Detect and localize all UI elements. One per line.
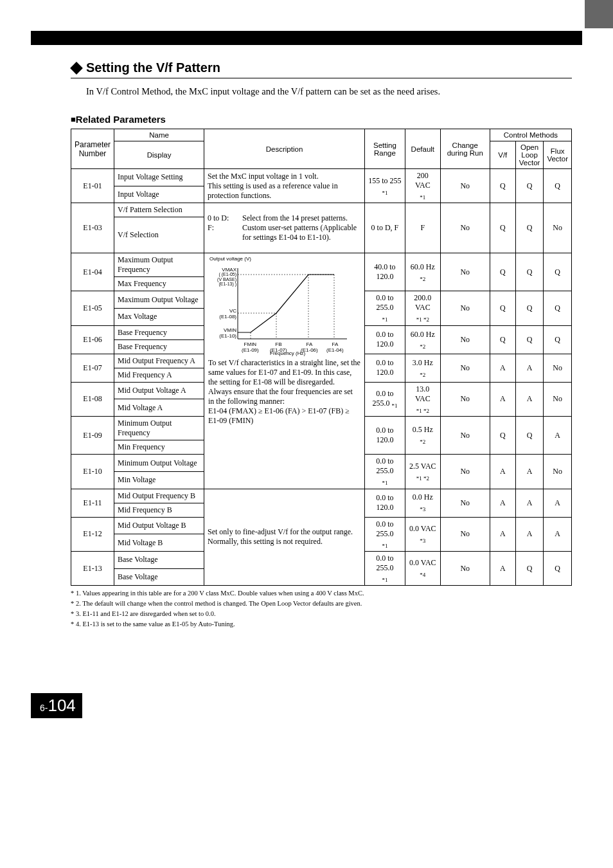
param-default: 60.0 Hz*2 (405, 253, 440, 291)
diamond-icon (70, 62, 83, 75)
param-change: No (440, 489, 490, 517)
param-default: F (405, 203, 440, 253)
param-change: No (440, 291, 490, 325)
param-default: 200 VAC*1 (405, 169, 440, 203)
param-display: Input Voltage (114, 186, 204, 203)
param-olv: Q (515, 551, 544, 585)
param-vf: Q (490, 169, 515, 203)
param-range: 155 to 255*1 (365, 169, 405, 203)
param-change: No (440, 417, 490, 455)
param-change: No (440, 455, 490, 489)
param-name: Maximum Output Voltage (114, 291, 204, 309)
param-range: 0.0 to 255.0*1 (365, 551, 405, 585)
page-number: 6-104 (31, 693, 82, 718)
param-display: Mid Frequency B (114, 503, 204, 517)
param-change: No (440, 253, 490, 291)
param-default: 0.5 Hz*2 (405, 417, 440, 455)
param-name: Mid Output Voltage B (114, 517, 204, 534)
header-vf: V/f (490, 141, 515, 169)
param-range: 0.0 to 255.0*1 (365, 455, 405, 489)
param-vf: Q (490, 417, 515, 455)
param-olv: Q (515, 325, 544, 354)
param-olv: Q (515, 291, 544, 325)
param-number: E1-10 (71, 455, 114, 489)
param-vf: A (490, 489, 515, 517)
header-name: Name (114, 129, 204, 141)
param-default: 60.0 Hz*2 (405, 325, 440, 354)
param-flux: No (544, 354, 572, 382)
param-olv: Q (515, 169, 544, 203)
section-title: Setting the V/f Pattern (71, 60, 572, 78)
param-change: No (440, 169, 490, 203)
section-title-text: Setting the V/f Pattern (86, 60, 220, 75)
param-vf: Q (490, 291, 515, 325)
param-vf: Q (490, 325, 515, 354)
intro-paragraph: In V/f Control Method, the MxC input vol… (86, 86, 572, 97)
param-flux: A (544, 417, 572, 455)
param-flux: No (544, 203, 572, 253)
parameters-table: Parameter Number Name Description Settin… (71, 129, 572, 586)
param-number: E1-09 (71, 417, 114, 455)
param-olv: A (515, 455, 544, 489)
param-name: Base Voltage (114, 551, 204, 568)
param-number: E1-04 (71, 253, 114, 291)
param-display: Base Frequency (114, 339, 204, 354)
param-flux: Q (544, 169, 572, 203)
param-display: V/f Selection (114, 217, 204, 253)
param-change: No (440, 517, 490, 551)
param-display: Min Frequency (114, 440, 204, 455)
param-vf: A (490, 455, 515, 489)
param-default: 13.0 VAC*1 *2 (405, 382, 440, 416)
param-vf: Q (490, 253, 515, 291)
param-olv: A (515, 489, 544, 517)
param-flux: No (544, 455, 572, 489)
param-olv: Q (515, 253, 544, 291)
param-default: 0.0 VAC*3 (405, 517, 440, 551)
param-desc: 0 to D:Select from the 14 preset pattern… (204, 203, 365, 253)
param-change: No (440, 354, 490, 382)
param-change: No (440, 551, 490, 585)
param-default: 0.0 VAC*4 (405, 551, 440, 585)
param-number: E1-12 (71, 517, 114, 551)
param-display: Base Voltage (114, 568, 204, 586)
param-range: 0.0 to 120.0 (365, 354, 405, 382)
param-number: E1-08 (71, 382, 114, 416)
param-vf: Q (490, 203, 515, 253)
header-olv: Open Loop Vector (515, 141, 544, 169)
param-vf: A (490, 551, 515, 585)
param-flux: No (544, 382, 572, 416)
param-olv: A (515, 354, 544, 382)
param-vf: A (490, 354, 515, 382)
param-range: 0 to D, F (365, 203, 405, 253)
param-number: E1-05 (71, 291, 114, 325)
param-olv: A (515, 517, 544, 551)
param-range: 0.0 to 120.0 (365, 325, 405, 354)
subsection-title-text: Related Parameters (76, 114, 166, 125)
param-display: Mid Frequency A (114, 368, 204, 382)
param-display: Mid Voltage A (114, 399, 204, 417)
param-olv: Q (515, 203, 544, 253)
param-range: 0.0 to 255.0*1 (365, 517, 405, 551)
header-range: Setting Range (365, 129, 405, 169)
param-flux: Q (544, 551, 572, 585)
param-name: Mid Output Voltage A (114, 382, 204, 399)
page-content: Setting the V/f Pattern In V/f Control M… (0, 45, 613, 655)
param-flux: A (544, 489, 572, 517)
square-icon: ■ (71, 114, 76, 124)
table-row: E1-03 V/f Pattern Selection 0 to D:Selec… (71, 203, 572, 217)
param-flux: Q (544, 253, 572, 291)
param-display: Max Frequency (114, 277, 204, 291)
table-row: E1-01 Input Voltage Setting Set the MxC … (71, 169, 572, 186)
footnotes: * 1. Values appearing in this table are … (71, 588, 572, 629)
param-name: Input Voltage Setting (114, 169, 204, 186)
param-number: E1-11 (71, 489, 114, 517)
param-range: 0.0 to 255.0 *1 (365, 382, 405, 416)
header-description: Description (204, 129, 365, 169)
param-number: E1-01 (71, 169, 114, 203)
param-vf: A (490, 382, 515, 416)
param-desc: Set the MxC input voltage in 1 volt. Thi… (204, 169, 365, 203)
param-flux: A (544, 517, 572, 551)
param-flux: Q (544, 325, 572, 354)
param-display: Mid Voltage B (114, 534, 204, 552)
header-param-num: Parameter Number (71, 129, 114, 169)
